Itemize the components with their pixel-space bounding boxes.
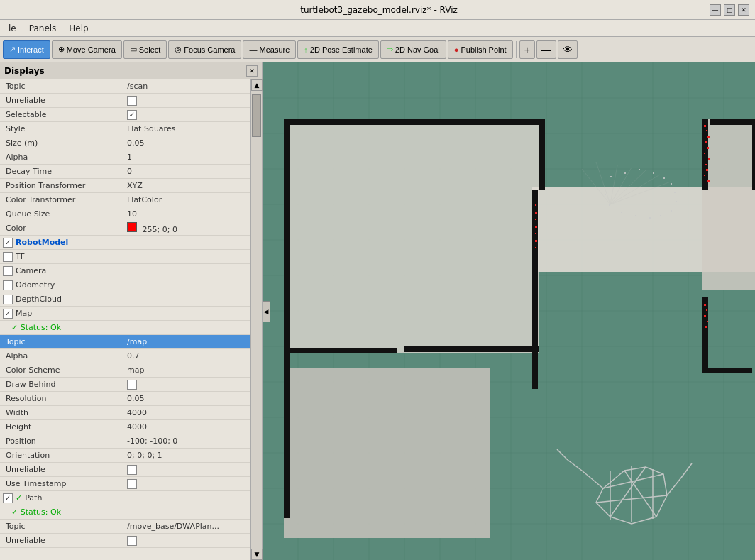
map-prop-name-height: Height [0,422,124,432]
map-prop-value-use-timestamp[interactable] [124,479,250,489]
toolbar-move-camera[interactable]: ⊕ Move Camera [52,40,122,59]
prop-value-decay-time[interactable]: 0 [124,167,250,176]
map-prop-name-use-timestamp: Use Timestamp [0,479,124,488]
odometry-checkbox[interactable] [3,280,13,290]
draw-behind-checkbox[interactable] [127,380,137,390]
map-prop-value-width[interactable]: 4000 [124,408,250,417]
toolbar-select[interactable]: ▭ Select [123,40,167,59]
map-prop-value-resolution[interactable]: 0.05 [124,394,250,403]
svg-rect-47 [704,153,705,154]
svg-rect-68 [653,172,654,174]
use-timestamp-checkbox[interactable] [127,479,137,489]
displays-content[interactable]: Topic /scan Unreliable Selectable Style … [0,79,262,560]
toolbar-interact[interactable]: ↗ Interact [3,40,50,59]
toolbar-focus-camera[interactable]: ◎ Focus Camera [168,40,241,59]
menubar: le Panels Help [0,20,755,37]
prop-value-style[interactable]: Flat Squares [124,124,250,133]
collapse-panel-btn[interactable]: ◀ [263,301,270,322]
scroll-down-btn[interactable]: ▼ [251,549,263,560]
camera-checkbox[interactable] [3,266,13,276]
nav-icon: ⇒ [387,45,393,54]
map-prop-value-alpha[interactable]: 0.7 [124,351,250,361]
svg-rect-26 [284,119,539,353]
depthcloud-label: DepthCloud [16,295,62,304]
scroll-up-btn[interactable]: ▲ [251,79,263,91]
toolbar-publish-point[interactable]: ● Publish Point [448,40,513,59]
map-prop-value-unreliable[interactable] [124,465,250,475]
prop-selectable: Selectable [0,108,250,122]
menu-file[interactable]: le [3,22,22,35]
toolbar-2d-pose[interactable]: ↑ 2D Pose Estimate [297,40,379,59]
map-prop-value-orientation[interactable]: 0; 0; 0; 1 [124,451,250,460]
map-topic-value[interactable]: /map [124,337,250,346]
svg-rect-54 [706,309,707,311]
menu-panels[interactable]: Panels [23,22,62,35]
robotmodel-item[interactable]: RobotModel [0,236,250,250]
camera-item[interactable]: Camera [0,264,250,278]
menu-help[interactable]: Help [63,22,94,35]
color-swatch[interactable] [127,222,137,232]
robotmodel-checkbox[interactable] [3,238,13,248]
scroll-track[interactable] [251,91,262,549]
svg-rect-63 [535,240,537,242]
path-status-row: ✓ Status: Ok [0,505,250,520]
prop-value-alpha[interactable]: 1 [124,153,250,162]
map-prop-name-alpha: Alpha [0,351,124,361]
map-checkbox[interactable] [3,309,13,319]
panel-scrollbar[interactable]: ▲ ▼ [250,79,262,560]
svg-rect-75 [649,217,651,219]
path-checkbox[interactable] [3,493,13,503]
prop-name-unreliable: Unreliable [0,96,124,105]
toolbar-measure[interactable]: — Measure [243,40,296,59]
titlebar-maximize[interactable]: □ [724,4,735,16]
depthcloud-checkbox[interactable] [3,295,13,304]
toolbar-remove[interactable]: — [536,40,556,59]
scroll-thumb[interactable] [252,94,261,137]
odometry-item[interactable]: Odometry [0,278,250,292]
map-unreliable-checkbox[interactable] [127,465,137,475]
prop-value-topic[interactable]: /scan [124,82,250,91]
selectable-checkbox[interactable] [127,110,137,120]
path-item[interactable]: ✓ Path [0,491,250,505]
svg-rect-50 [706,169,708,171]
svg-rect-56 [707,321,708,322]
map-prop-value-color-scheme[interactable]: map [124,366,250,375]
toolbar-add[interactable]: + [519,40,535,59]
3d-viewport[interactable] [263,62,755,560]
titlebar-minimize[interactable]: — [710,4,721,16]
depthcloud-item[interactable]: DepthCloud [0,292,250,307]
prop-value-selectable[interactable] [124,110,250,120]
map-topic-label: Topic [0,337,124,346]
prop-value-size[interactable]: 0.05 [124,138,250,148]
prop-value-queue-size[interactable]: 10 [124,209,250,219]
path-unreliable-checkbox[interactable] [127,536,137,546]
tf-checkbox[interactable] [3,252,13,262]
unreliable-checkbox[interactable] [127,96,137,106]
path-topic-value[interactable]: /move_base/DWAPlan... [124,522,250,531]
viewport-panel[interactable]: ◀ [263,62,755,560]
prop-value-unreliable[interactable] [124,96,250,106]
svg-rect-61 [535,226,537,228]
map-prop-name-draw-behind: Draw Behind [0,380,124,389]
svg-rect-70 [671,183,672,185]
prop-value-color[interactable]: 255; 0; 0 [124,222,250,234]
prop-value-position-transformer[interactable]: XYZ [124,181,250,190]
prop-value-color-transformer[interactable]: FlatColor [124,195,250,204]
svg-rect-66 [624,172,626,174]
prop-name-color-transformer: Color Transformer [0,195,124,204]
map-prop-value-position[interactable]: -100; -100; 0 [124,437,250,446]
tf-item[interactable]: TF [0,250,250,264]
viewport-svg [263,62,755,560]
map-prop-value-draw-behind[interactable] [124,380,250,390]
map-item[interactable]: Map [0,307,250,321]
toolbar-2d-nav[interactable]: ⇒ 2D Nav Goal [380,40,446,59]
titlebar-close[interactable]: ✕ [738,4,749,16]
map-prop-value-height[interactable]: 4000 [124,422,250,432]
prop-unreliable: Unreliable [0,94,250,108]
path-unreliable-value[interactable] [124,536,250,546]
svg-rect-44 [707,136,710,138]
close-displays-btn[interactable]: ✕ [246,65,258,77]
toolbar-view[interactable]: 👁 [558,40,578,59]
titlebar-controls[interactable]: — □ ✕ [710,4,749,16]
map-topic-row[interactable]: Topic /map [0,335,250,349]
